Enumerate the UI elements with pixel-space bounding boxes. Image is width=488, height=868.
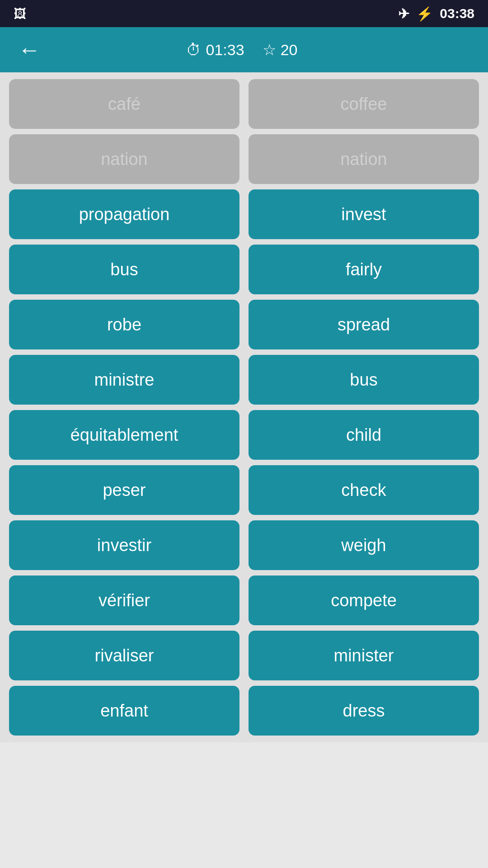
word-row-8: investirweigh (9, 520, 479, 570)
word-row-9: vérifiercompete (9, 576, 479, 625)
status-right: ✈ ⚡ 03:38 (398, 6, 474, 22)
word-btn-left-2[interactable]: propagation (9, 189, 239, 239)
word-btn-left-3[interactable]: bus (9, 245, 239, 294)
clock-display: 03:38 (440, 6, 474, 21)
word-btn-left-10[interactable]: rivaliser (9, 631, 239, 680)
status-left: 🖼 (14, 6, 26, 21)
word-row-3: busfairly (9, 245, 479, 294)
word-row-2: propagationinvest (9, 189, 479, 239)
word-btn-right-5[interactable]: bus (249, 355, 479, 405)
timer-icon: ⏱ (186, 41, 202, 59)
word-btn-right-0[interactable]: coffee (249, 79, 479, 129)
star-icon: ☆ (263, 41, 276, 59)
word-grid: cafécoffeenationnationpropagationinvestb… (0, 72, 488, 742)
word-btn-right-10[interactable]: minister (249, 631, 479, 680)
word-btn-right-11[interactable]: dress (249, 686, 479, 736)
star-value: 20 (281, 41, 298, 59)
word-btn-left-11[interactable]: enfant (9, 686, 239, 736)
word-row-4: robespread (9, 300, 479, 349)
word-btn-left-9[interactable]: vérifier (9, 576, 239, 625)
word-btn-left-8[interactable]: investir (9, 520, 239, 570)
word-btn-left-0[interactable]: café (9, 79, 239, 129)
word-row-5: ministrebus (9, 355, 479, 405)
word-row-0: cafécoffee (9, 79, 479, 129)
word-btn-left-6[interactable]: équitablement (9, 410, 239, 460)
word-btn-left-5[interactable]: ministre (9, 355, 239, 405)
image-icon: 🖼 (14, 6, 26, 21)
word-btn-right-7[interactable]: check (249, 465, 479, 515)
word-btn-right-9[interactable]: compete (249, 576, 479, 625)
word-row-1: nationnation (9, 134, 479, 184)
word-btn-right-1[interactable]: nation (249, 134, 479, 184)
word-row-6: équitablementchild (9, 410, 479, 460)
status-bar: 🖼 ✈ ⚡ 03:38 (0, 0, 488, 27)
word-row-11: enfantdress (9, 686, 479, 736)
top-bar: ← ⏱ 01:33 ☆ 20 (0, 27, 488, 72)
word-btn-right-4[interactable]: spread (249, 300, 479, 349)
back-button[interactable]: ← (18, 38, 41, 61)
top-center-info: ⏱ 01:33 ☆ 20 (186, 41, 298, 59)
word-row-10: rivaliserminister (9, 631, 479, 680)
word-btn-left-1[interactable]: nation (9, 134, 239, 184)
word-btn-right-3[interactable]: fairly (249, 245, 479, 294)
word-btn-right-2[interactable]: invest (249, 189, 479, 239)
word-btn-right-8[interactable]: weigh (249, 520, 479, 570)
word-btn-left-4[interactable]: robe (9, 300, 239, 349)
word-row-7: pesercheck (9, 465, 479, 515)
timer-value: 01:33 (206, 41, 244, 59)
word-btn-right-6[interactable]: child (249, 410, 479, 460)
timer-section: ⏱ 01:33 (186, 41, 244, 59)
battery-icon: ⚡ (416, 6, 433, 22)
word-btn-left-7[interactable]: peser (9, 465, 239, 515)
stars-section: ☆ 20 (263, 41, 298, 59)
flight-icon: ✈ (398, 6, 409, 22)
